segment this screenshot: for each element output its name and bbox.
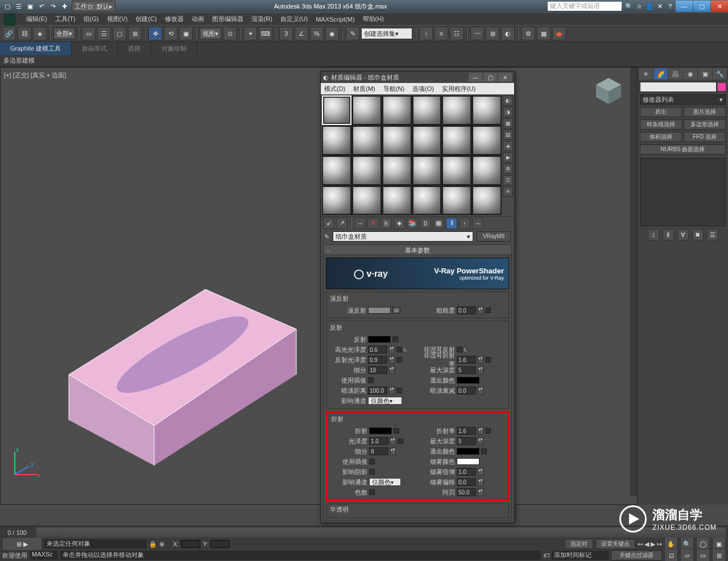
snap2d-icon[interactable]: 3 bbox=[279, 27, 293, 40]
lock-icon[interactable]: 🔒 bbox=[149, 541, 157, 548]
material-slot[interactable] bbox=[352, 126, 382, 155]
refract-swatch[interactable] bbox=[369, 427, 392, 434]
dlg-minimize[interactable]: — bbox=[469, 73, 482, 82]
y-field[interactable] bbox=[210, 540, 230, 548]
me-menu-nav[interactable]: 导航(N) bbox=[383, 85, 404, 93]
cp-tab-motion[interactable]: ◉ bbox=[683, 68, 697, 80]
ribbon-tab-select[interactable]: 选择 bbox=[118, 42, 151, 55]
named-selset[interactable]: 创建选择集 ▾ bbox=[361, 28, 412, 39]
config-icon[interactable]: ☰ bbox=[707, 229, 718, 240]
material-slot[interactable] bbox=[472, 126, 502, 155]
exchange-icon[interactable]: ✕ bbox=[655, 1, 665, 11]
ribbon-tab-paint[interactable]: 对象绘制 bbox=[151, 42, 197, 55]
btn-extrude[interactable]: 挤出 bbox=[640, 107, 682, 117]
preview-icon[interactable]: ▶ bbox=[503, 152, 513, 163]
btn-vol-sel[interactable]: 体积选择 bbox=[640, 132, 682, 142]
modifier-stack[interactable] bbox=[640, 158, 726, 226]
dispersion-check[interactable] bbox=[369, 489, 375, 495]
spinner-snap-icon[interactable]: ◉ bbox=[325, 27, 339, 40]
rmaxdep-spinner[interactable]: 5 bbox=[457, 366, 476, 374]
maximize-button[interactable]: ▢ bbox=[693, 1, 710, 12]
pivot-icon[interactable]: ⊙ bbox=[223, 27, 237, 40]
put-mat-icon[interactable]: ↗ bbox=[336, 218, 348, 229]
menu-graph[interactable]: 图形编辑器 bbox=[212, 15, 243, 23]
menu-help[interactable]: 帮助(H) bbox=[363, 15, 384, 23]
me-menu-material[interactable]: 材质(M) bbox=[353, 85, 375, 93]
modifier-list-combo[interactable]: 修改器列表▾ bbox=[640, 94, 726, 105]
material-slot[interactable] bbox=[382, 186, 412, 215]
material-slot[interactable] bbox=[472, 186, 502, 215]
nav-fov-icon[interactable]: ▱ bbox=[680, 548, 694, 561]
material-slot[interactable] bbox=[352, 95, 382, 125]
object-color-swatch[interactable] bbox=[718, 83, 726, 91]
snap-angle-icon[interactable]: ∠ bbox=[295, 27, 308, 40]
options-icon[interactable]: ⚙ bbox=[503, 164, 513, 174]
selectby-icon[interactable]: ☰ bbox=[503, 175, 513, 185]
menu-tools[interactable]: 工具(T) bbox=[55, 15, 76, 23]
bg-icon[interactable]: ▦ bbox=[503, 118, 513, 128]
dlg-maximize[interactable]: ▢ bbox=[483, 73, 497, 82]
scale-icon[interactable]: ▣ bbox=[179, 27, 193, 40]
favorite-icon[interactable]: ☆ bbox=[634, 1, 644, 11]
viewport-label[interactable]: [+] [正交] [真实 + 边面] bbox=[4, 71, 66, 80]
btn-patch-sel[interactable]: 面片选择 bbox=[684, 107, 726, 117]
material-slot[interactable] bbox=[352, 156, 382, 185]
refrsubdiv-spinner[interactable]: 8 bbox=[369, 447, 388, 455]
make-unique-icon[interactable]: ◈ bbox=[394, 218, 405, 229]
cp-tab-create[interactable]: ✳ bbox=[639, 68, 653, 80]
material-slot[interactable] bbox=[382, 95, 412, 125]
cp-tab-modify[interactable]: 🌈 bbox=[653, 68, 668, 80]
timeline[interactable]: 0 / 100 bbox=[0, 526, 728, 538]
refraffch-combo[interactable]: 仅颜色▾ bbox=[369, 478, 401, 486]
help-icon[interactable]: ? bbox=[665, 1, 675, 11]
render-icon[interactable]: 🫖 bbox=[552, 27, 566, 40]
rinterp-check[interactable] bbox=[368, 377, 374, 383]
raffch-combo[interactable]: 仅颜色▾ bbox=[368, 397, 402, 405]
fresnelior-spinner[interactable]: 1.6 bbox=[457, 356, 476, 364]
script-toggle[interactable]: ⊞ ▶ bbox=[2, 537, 42, 551]
app-icon[interactable] bbox=[3, 13, 16, 26]
manip-icon[interactable]: ✦ bbox=[243, 27, 257, 40]
align-icon[interactable]: ≡ bbox=[435, 27, 448, 40]
menu-render[interactable]: 渲染(R) bbox=[251, 15, 272, 23]
unlink-icon[interactable]: ⛓ bbox=[18, 27, 31, 40]
cp-tab-hierarchy[interactable]: 品 bbox=[668, 68, 682, 80]
material-type-button[interactable]: VRayMtl bbox=[477, 231, 511, 242]
window-cross-icon[interactable]: ⊞ bbox=[128, 27, 142, 40]
fogbias-spinner[interactable]: 0.0 bbox=[457, 478, 476, 486]
redo-icon[interactable]: ↷ bbox=[48, 1, 58, 11]
material-name-field[interactable]: 纸巾盒材质▾ bbox=[333, 231, 473, 242]
rotate-icon[interactable]: ⟲ bbox=[164, 27, 177, 40]
help-search[interactable]: 键入关键字或短语 bbox=[548, 2, 622, 11]
ribbon-tab-graphite[interactable]: Graphite 建模工具 bbox=[0, 42, 72, 55]
menu-create[interactable]: 创建(C) bbox=[135, 15, 156, 23]
nav-zoomall-icon[interactable]: ⊡ bbox=[664, 548, 678, 561]
bind-icon[interactable]: ◈ bbox=[33, 27, 47, 40]
dimdist-spinner[interactable]: 100.0 bbox=[368, 387, 387, 394]
pick-mat-icon[interactable]: ✎ bbox=[324, 233, 329, 240]
material-slot[interactable] bbox=[412, 126, 442, 155]
go-parent-icon[interactable]: ↑ bbox=[459, 218, 470, 229]
rgloss-spinner[interactable]: 0.9 bbox=[368, 356, 387, 364]
sel-button[interactable]: 选定对 bbox=[565, 539, 593, 549]
object-name-field[interactable] bbox=[640, 82, 717, 92]
material-slot[interactable] bbox=[382, 126, 412, 155]
nav-maxtoggle-icon[interactable]: ⊞ bbox=[712, 548, 726, 561]
refrgloss-spinner[interactable]: 1.0 bbox=[369, 437, 388, 445]
btn-spline-sel[interactable]: 样条线选择 bbox=[640, 119, 682, 130]
material-slot[interactable] bbox=[442, 95, 471, 125]
select-rect-icon[interactable]: ▢ bbox=[113, 27, 126, 40]
btn-ffd-sel[interactable]: FFD 选择 bbox=[684, 132, 726, 142]
fogcolor-swatch[interactable] bbox=[457, 458, 479, 465]
material-slot[interactable] bbox=[322, 186, 351, 215]
show-endresult-icon[interactable]: Ⅱ bbox=[446, 218, 457, 229]
ribbon-tab-freeform[interactable]: 自由形式 bbox=[72, 42, 118, 55]
undo-icon[interactable]: ↶ bbox=[36, 1, 47, 11]
material-slot[interactable] bbox=[442, 126, 471, 155]
render-setup-icon[interactable]: ⚙ bbox=[522, 27, 535, 40]
menu-modifiers[interactable]: 修改器 bbox=[165, 15, 184, 23]
me-menu-options[interactable]: 选项(O) bbox=[412, 85, 434, 93]
menu-edit[interactable]: 编辑(E) bbox=[26, 15, 47, 23]
btn-poly-sel[interactable]: 多边形选择 bbox=[684, 119, 726, 130]
dimfall-spinner[interactable]: 0.0 bbox=[457, 387, 476, 394]
